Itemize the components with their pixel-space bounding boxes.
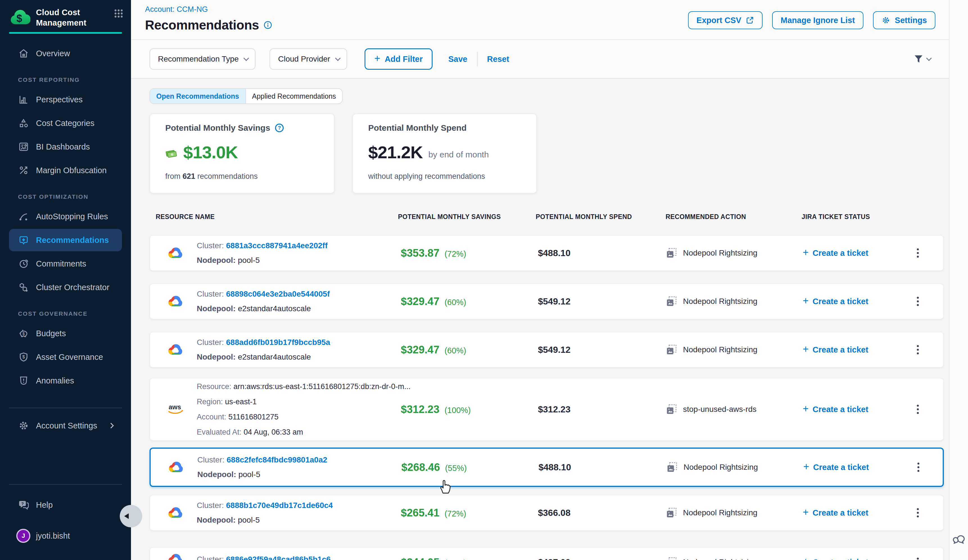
resource-value: 511616801275 bbox=[229, 413, 278, 421]
row-menu-button[interactable] bbox=[913, 342, 922, 358]
recommended-action: Nodepool Rightsizing bbox=[666, 557, 757, 560]
sidebar-item-account-settings[interactable]: Account Settings bbox=[9, 414, 122, 437]
resource-value: arn:aws:rds:us-east-1:511616801275:db:zn… bbox=[234, 382, 411, 391]
sidebar-item-overview[interactable]: Overview bbox=[9, 42, 122, 65]
plus-icon: + bbox=[803, 506, 809, 518]
home-icon bbox=[18, 48, 29, 59]
row-menu-button[interactable] bbox=[914, 459, 923, 476]
row-menu-button[interactable] bbox=[913, 245, 922, 261]
resource-value: us-east-1 bbox=[225, 398, 257, 406]
sidebar-item-cluster-orchestrator[interactable]: Cluster Orchestrator bbox=[9, 276, 122, 298]
user-name: jyoti.bisht bbox=[36, 531, 70, 540]
sidebar-item-cost-categories[interactable]: Cost Categories bbox=[9, 112, 122, 134]
cloud-provider-dropdown[interactable]: Cloud Provider bbox=[270, 48, 347, 70]
sidebar-item-bi-dashboards[interactable]: BI Dashboards bbox=[9, 136, 122, 158]
save-filter-link[interactable]: Save bbox=[448, 55, 467, 64]
sidebar-item-help[interactable]: ? Help bbox=[9, 494, 122, 516]
sidebar-item-perspectives[interactable]: Perspectives bbox=[9, 88, 122, 111]
chevron-right-icon bbox=[108, 423, 114, 428]
create-ticket-button[interactable]: +Create a ticket bbox=[803, 345, 868, 355]
resource-value: pool-5 bbox=[238, 256, 260, 265]
gcp-logo-icon bbox=[165, 293, 186, 310]
piggy-icon: $ bbox=[18, 328, 29, 339]
create-ticket-button[interactable]: +Create a ticket bbox=[803, 404, 868, 415]
gcp-logo-icon bbox=[165, 245, 186, 262]
tab-applied-recommendations[interactable]: Applied Recommendations bbox=[246, 89, 342, 103]
sidebar-item-margin-obfuscation[interactable]: Margin Obfuscation bbox=[9, 159, 122, 182]
main-content: Open Recommendations Applied Recommendat… bbox=[131, 79, 949, 560]
plus-icon: + bbox=[803, 295, 809, 307]
potential-monthly-spend: $488.10 bbox=[538, 248, 570, 258]
row-menu-button[interactable] bbox=[913, 293, 922, 310]
filter-panel-toggle[interactable] bbox=[913, 53, 931, 65]
plus-icon: + bbox=[803, 403, 809, 415]
rightsizing-icon bbox=[666, 296, 677, 307]
rightsizing-icon bbox=[666, 507, 677, 518]
percent-icon bbox=[18, 165, 29, 176]
question-icon[interactable]: ? bbox=[275, 123, 284, 133]
shield-dollar-icon: $ bbox=[18, 351, 29, 363]
potential-monthly-savings: $353.87(72%) bbox=[401, 247, 466, 259]
potential-monthly-savings: $244.05(57%) bbox=[401, 556, 466, 560]
recommendation-row[interactable]: Cluster: 688add6fb019b17f9bccb95aNodepoo… bbox=[149, 332, 944, 368]
cloud-cost-management-app: $ Cloud Cost Management OverviewCOST REP… bbox=[0, 0, 968, 560]
recommendation-row[interactable]: Cluster: 68898c064e3e2ba0e544005fNodepoo… bbox=[149, 283, 944, 319]
divider bbox=[9, 408, 122, 408]
gear-icon bbox=[882, 16, 890, 25]
chevron-down-icon bbox=[244, 55, 249, 61]
tab-open-recommendations[interactable]: Open Recommendations bbox=[150, 89, 246, 103]
app-grid-icon[interactable] bbox=[114, 9, 123, 18]
recommendation-row[interactable]: Cluster: 6881a3ccc887941a4ee202ffNodepoo… bbox=[149, 235, 944, 271]
sidebar-item-recommendations[interactable]: Recommendations bbox=[9, 229, 122, 251]
resource-link[interactable]: 68898c064e3e2ba0e544005f bbox=[226, 290, 330, 298]
row-menu-button[interactable] bbox=[913, 554, 922, 560]
sidebar-section-label: COST OPTIMIZATION bbox=[18, 194, 122, 200]
resource-link[interactable]: 688add6fb019b17f9bccb95a bbox=[226, 338, 330, 346]
reset-filter-link[interactable]: Reset bbox=[487, 55, 509, 64]
manage-ignore-list-button[interactable]: Manage Ignore List bbox=[772, 11, 863, 29]
recommended-action: Nodepool Rightsizing bbox=[666, 248, 757, 258]
potential-monthly-spend: $549.12 bbox=[538, 296, 570, 307]
sidebar-collapse-handle[interactable] bbox=[120, 505, 142, 527]
sidebar-item-autostopping-rules[interactable]: AutoStopping Rules bbox=[9, 205, 122, 228]
create-ticket-button[interactable]: +Create a ticket bbox=[803, 296, 868, 307]
create-ticket-button[interactable]: +Create a ticket bbox=[803, 557, 868, 560]
plus-icon: + bbox=[375, 53, 380, 65]
recommendation-row[interactable]: awsResource: arn:aws:rds:us-east-1:51161… bbox=[149, 378, 944, 441]
create-ticket-button[interactable]: +Create a ticket bbox=[803, 462, 869, 472]
sidebar-item-anomalies[interactable]: Anomalies bbox=[9, 369, 122, 392]
recommendation-type-dropdown[interactable]: Recommendation Type bbox=[149, 48, 255, 70]
resource-link[interactable]: 688c2fefc84fbdc99801a0a2 bbox=[227, 456, 327, 464]
resource-link[interactable]: 6881a3ccc887941a4ee202ff bbox=[226, 241, 327, 250]
potential-monthly-spend: $312.23 bbox=[538, 404, 570, 415]
potential-monthly-savings: $268.46(55%) bbox=[401, 461, 467, 474]
resource-link[interactable]: 6888b1c70e49db17c1de60c4 bbox=[226, 501, 333, 510]
add-filter-button[interactable]: +Add Filter bbox=[365, 48, 433, 70]
create-ticket-button[interactable]: +Create a ticket bbox=[803, 248, 868, 258]
account-breadcrumb[interactable]: Account: CCM-NG bbox=[145, 5, 208, 14]
svg-text:?: ? bbox=[278, 125, 281, 131]
sidebar-item-asset-governance[interactable]: $Asset Governance bbox=[9, 346, 122, 368]
gcp-logo-icon bbox=[166, 459, 186, 476]
chat-bubbles-icon[interactable] bbox=[952, 532, 967, 547]
row-menu-button[interactable] bbox=[913, 505, 922, 521]
svg-text:aws: aws bbox=[169, 403, 181, 411]
chevron-down-icon bbox=[335, 55, 341, 61]
recommendation-row[interactable]: Cluster: 6886e92f59a48cad86b5b1c6$244.05… bbox=[149, 547, 944, 560]
sidebar-item-commitments[interactable]: Commitments bbox=[9, 252, 122, 275]
sidebar-item-budgets[interactable]: $Budgets bbox=[9, 322, 122, 345]
potential-monthly-spend-card: Potential Monthly Spend $21.2K by end of… bbox=[353, 114, 537, 194]
recommendation-row[interactable]: Cluster: 688c2fefc84fbdc99801a0a2Nodepoo… bbox=[149, 447, 944, 487]
export-csv-button[interactable]: Export CSV bbox=[688, 11, 763, 29]
topbar: Account: CCM-NG Recommendations Export C… bbox=[131, 0, 949, 79]
user-menu[interactable]: J jyoti.bisht bbox=[9, 525, 122, 547]
create-ticket-button[interactable]: +Create a ticket bbox=[803, 507, 868, 518]
ccm-cloud-logo-icon: $ bbox=[9, 7, 30, 29]
recommendation-row[interactable]: Cluster: 6888b1c70e49db17c1de60c4Nodepoo… bbox=[149, 495, 944, 531]
spend-value: $21.2K bbox=[368, 142, 423, 162]
settings-button[interactable]: Settings bbox=[873, 11, 935, 29]
resource-link[interactable]: 6886e92f59a48cad86b5b1c6 bbox=[226, 555, 330, 560]
row-menu-button[interactable] bbox=[913, 401, 922, 418]
info-icon[interactable] bbox=[264, 21, 272, 29]
recommended-action: Nodepool Rightsizing bbox=[666, 345, 757, 355]
